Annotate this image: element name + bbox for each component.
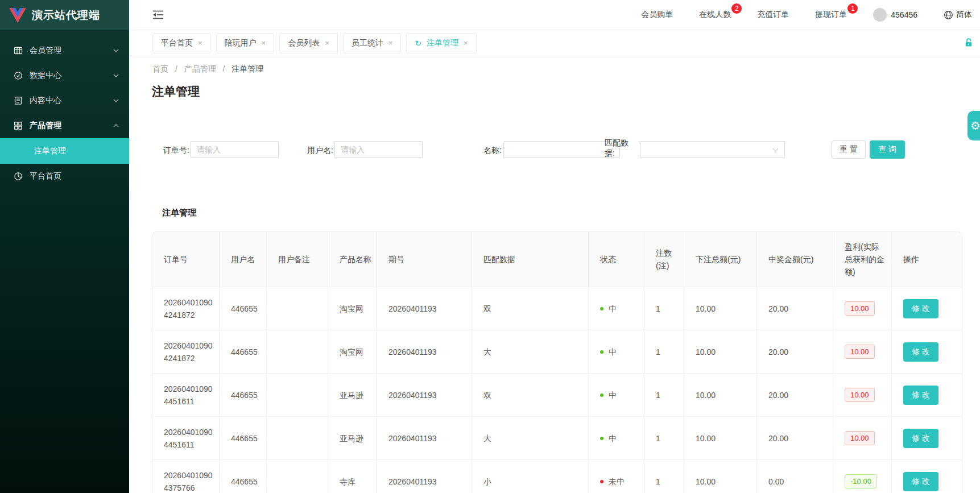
table-row: 202604010904451611 446655 亚马逊 2026040119… xyxy=(152,374,962,417)
col-header-bet-total: 下注总额(元) xyxy=(684,232,757,287)
tab-platform-home[interactable]: 平台首页 × xyxy=(152,33,211,53)
cell-status: 中 xyxy=(589,287,644,330)
cell-win-amount: 20.00 xyxy=(757,287,833,330)
topbar-link-recharge-orders[interactable]: 充值订单 xyxy=(757,10,789,20)
cell-remark xyxy=(267,287,328,330)
cell-profit: -10.00 xyxy=(833,460,892,493)
status-dot xyxy=(600,437,603,440)
cell-match: 双 xyxy=(472,287,589,330)
cell-status: 中 xyxy=(589,374,644,417)
table-header-row: 订单号 用户名 用户备注 产品名称 期号 匹配数据 状态 注数(注) 下注总额(… xyxy=(152,232,962,287)
close-icon[interactable]: × xyxy=(464,39,468,47)
sidebar-item-label: 内容中心 xyxy=(30,96,61,106)
modify-button[interactable]: 修 改 xyxy=(903,386,938,405)
status-text: 中 xyxy=(609,346,617,358)
order-no-input[interactable] xyxy=(191,141,279,158)
status-dot xyxy=(600,307,603,310)
table-row: 202604010904241872 446655 淘宝网 2026040119… xyxy=(152,330,962,374)
status-text: 中 xyxy=(609,303,617,315)
cell-issue: 20260401193 xyxy=(377,330,472,374)
collapse-menu-icon[interactable] xyxy=(152,10,164,20)
sidebar-item-content-center[interactable]: 内容中心 xyxy=(0,88,129,113)
cell-issue: 20260401193 xyxy=(377,374,472,417)
page-title: 注单管理 xyxy=(152,84,200,100)
close-icon[interactable]: × xyxy=(388,39,393,47)
tab-member-list[interactable]: 会员列表 × xyxy=(279,33,338,53)
modify-button[interactable]: 修 改 xyxy=(903,299,938,318)
cell-bet-total: 10.00 xyxy=(684,287,757,330)
cell-win-amount: 20.00 xyxy=(757,374,833,417)
status-text: 中 xyxy=(609,389,617,401)
profit-badge: 10.00 xyxy=(845,431,875,445)
modify-button[interactable]: 修 改 xyxy=(903,472,938,491)
sidebar-item-bet-management[interactable]: 注单管理 xyxy=(0,138,129,164)
cell-issue: 20260401193 xyxy=(377,287,472,330)
col-header-status: 状态 xyxy=(589,232,644,287)
match-data-select[interactable] xyxy=(640,141,785,158)
member-table-icon xyxy=(14,46,23,55)
cell-bet-total: 10.00 xyxy=(684,417,757,460)
col-header-action: 操作 xyxy=(892,232,962,287)
close-icon[interactable]: × xyxy=(198,39,202,47)
cell-profit: 10.00 xyxy=(833,287,892,330)
cell-bets: 1 xyxy=(644,374,684,417)
logo-band: 演示站代理端 xyxy=(0,0,129,30)
modify-button[interactable]: 修 改 xyxy=(903,342,938,362)
cell-username: 446655 xyxy=(220,417,267,460)
col-header-win-amount: 中奖金额(元) xyxy=(757,232,833,287)
withdraw-orders-badge: 1 xyxy=(847,3,858,14)
tab-play-users[interactable]: 陪玩用户 × xyxy=(216,33,275,53)
tab-label: 注单管理 xyxy=(427,38,458,48)
reset-button[interactable]: 重 置 xyxy=(832,140,866,159)
sidebar-item-product-management[interactable]: 产品管理 xyxy=(0,113,129,138)
close-icon[interactable]: × xyxy=(262,39,266,47)
username-input[interactable] xyxy=(334,141,423,158)
name-label: 名称: xyxy=(483,142,502,159)
refresh-icon[interactable]: ↻ xyxy=(415,39,421,48)
cell-order-no: 202604010904451611 xyxy=(152,374,220,417)
settings-gear-button[interactable]: ⚙ xyxy=(967,111,980,140)
sidebar-item-member-management[interactable]: 会员管理 xyxy=(0,38,129,63)
topbar-link-label: 在线人数 xyxy=(699,10,731,19)
sidebar-menu: 会员管理 数据中心 内容中心 xyxy=(0,30,129,189)
document-icon xyxy=(14,96,23,105)
table-row: 202604010904375766 446655 寺库 20260401193… xyxy=(152,460,962,493)
sidebar: 演示站代理端 会员管理 数据中心 内容中心 xyxy=(0,0,129,493)
cell-product: 淘宝网 xyxy=(328,287,377,330)
topbar-link-member-orders[interactable]: 会员购单 xyxy=(641,10,673,20)
user-menu[interactable]: 456456 xyxy=(873,8,917,22)
sidebar-item-data-center[interactable]: 数据中心 xyxy=(0,63,129,88)
match-data-label: 匹配数据: xyxy=(605,138,634,158)
cell-bets: 1 xyxy=(644,330,684,374)
tab-staff-stats[interactable]: 员工统计 × xyxy=(343,33,402,53)
col-header-order-no: 订单号 xyxy=(152,232,220,287)
cell-action: 修 改 xyxy=(892,374,962,417)
tab-label: 会员列表 xyxy=(288,38,320,48)
cell-bet-total: 10.00 xyxy=(684,460,757,493)
table-row: 202604010904241872 446655 淘宝网 2026040119… xyxy=(152,287,962,330)
tab-bet-management[interactable]: ↻ 注单管理 × xyxy=(406,33,476,53)
search-button[interactable]: 查 询 xyxy=(870,140,905,159)
modify-button[interactable]: 修 改 xyxy=(903,429,938,448)
breadcrumb-product-management[interactable]: 产品管理 xyxy=(184,64,216,73)
topbar-link-online-users[interactable]: 在线人数 2 xyxy=(699,10,731,20)
cell-bets: 1 xyxy=(644,417,684,460)
logo-icon xyxy=(9,8,26,23)
breadcrumb-separator: / xyxy=(175,64,177,73)
sidebar-item-platform-home[interactable]: 平台首页 xyxy=(0,164,129,189)
breadcrumb-home[interactable]: 首页 xyxy=(152,64,168,73)
avatar xyxy=(873,8,887,22)
cell-match: 大 xyxy=(472,417,589,460)
topbar-link-withdraw-orders[interactable]: 提现订单 1 xyxy=(815,10,847,20)
tab-label: 员工统计 xyxy=(352,38,383,48)
close-icon[interactable]: × xyxy=(325,39,329,47)
status-dot xyxy=(600,480,603,483)
topbar-link-label: 会员购单 xyxy=(641,10,673,19)
language-switcher[interactable]: 简体 xyxy=(944,10,972,20)
cell-win-amount: 20.00 xyxy=(757,330,833,374)
name-select[interactable] xyxy=(503,141,620,158)
lock-icon[interactable] xyxy=(964,38,973,48)
chevron-down-icon xyxy=(773,146,779,152)
col-header-bets: 注数(注) xyxy=(644,232,684,287)
cell-remark xyxy=(267,374,328,417)
